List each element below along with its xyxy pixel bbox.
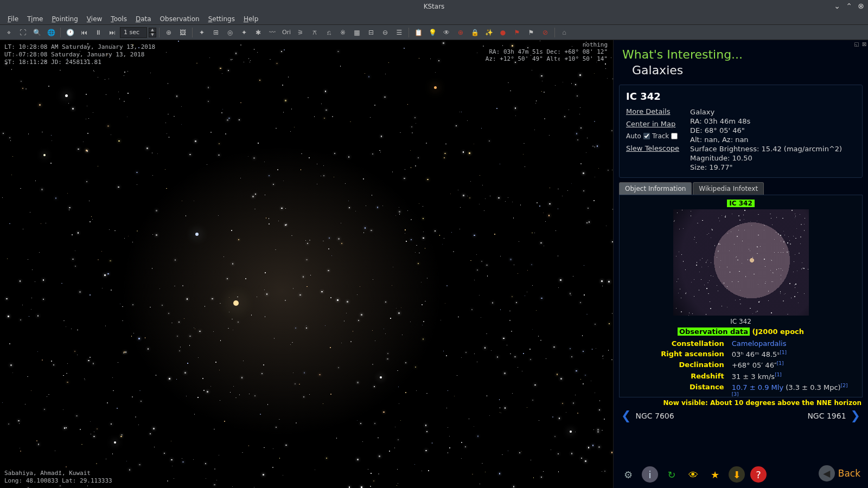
slew-telescope-link[interactable]: Slew Telescope <box>626 144 679 152</box>
help-icon[interactable]: ? <box>750 466 767 483</box>
fullscreen-icon[interactable]: ⛶ <box>16 26 29 39</box>
wiki-data-table: ConstellationCamelopardalis Right ascens… <box>624 338 858 397</box>
maximize-icon[interactable]: ⌃ <box>844 1 854 11</box>
object-stats: Galaxy RA: 03h 46m 48s DE: 68° 05' 46" A… <box>690 107 842 172</box>
next-arrow-icon[interactable]: ❯ <box>851 409 860 422</box>
tab-wikipedia-infotext[interactable]: Wikipedia Infotext <box>693 182 764 195</box>
back-arrow-icon: ◀ <box>819 465 835 481</box>
lock-icon[interactable]: 🔒 <box>468 26 481 39</box>
visible-eye-icon[interactable]: 👁 <box>685 466 701 483</box>
panel-close-icon[interactable]: ⊠ <box>860 40 868 48</box>
now-visible-text: Now visible: About 10 degrees above the … <box>614 399 861 407</box>
step-forward-icon[interactable]: ⏭ <box>106 26 119 39</box>
satellite-icon[interactable]: 〰 <box>266 26 279 39</box>
menu-data[interactable]: Data <box>131 14 156 24</box>
track-checkbox[interactable] <box>671 133 678 139</box>
constellation-bounds-icon[interactable]: ⎌ <box>322 26 335 39</box>
target-icon[interactable]: ⊕ <box>162 26 175 39</box>
whats-interesting-icon[interactable]: 💡 <box>426 26 439 39</box>
panel-float-icon[interactable]: ◱ <box>853 40 860 48</box>
flag-red-icon[interactable]: ⚑ <box>510 26 524 39</box>
favorite-star-icon[interactable]: ★ <box>707 466 723 483</box>
geo-overlay[interactable]: Sabahiya, Ahmadi, Kuwait Long: 48.100833… <box>4 470 112 485</box>
spin-down-icon[interactable]: ▼ <box>149 33 156 37</box>
close-icon[interactable]: ⊗ <box>856 1 866 11</box>
window-title: KStars <box>424 3 445 10</box>
settings-gear-icon[interactable]: ⚙ <box>620 466 636 483</box>
auto-checkbox[interactable] <box>643 133 650 139</box>
magic-icon[interactable]: ✨ <box>482 26 495 39</box>
spin-up-icon[interactable]: ▲ <box>149 28 156 33</box>
prev-object[interactable]: NGC 7606 <box>635 412 674 420</box>
tab-object-information[interactable]: Object Information <box>619 182 692 195</box>
focus-icon[interactable]: ⌖ <box>2 26 15 39</box>
back-button[interactable]: ◀ Back <box>819 465 860 481</box>
time-step-select[interactable]: 1 sec <box>120 27 147 38</box>
menu-help[interactable]: Help <box>239 14 263 24</box>
record-icon[interactable]: ● <box>496 26 509 39</box>
constellation-lines-icon[interactable]: ⚞ <box>294 26 307 39</box>
clipboard-icon[interactable]: 📋 <box>412 26 425 39</box>
supernova-icon[interactable]: ✱ <box>252 26 265 39</box>
image-icon[interactable]: 🖼 <box>176 26 189 39</box>
stars-icon[interactable]: ✦ <box>195 26 208 39</box>
wiki-caption: IC 342 <box>624 318 858 325</box>
star4-icon[interactable]: ✦ <box>238 26 251 39</box>
menu-time[interactable]: Time <box>23 14 47 24</box>
reload-icon[interactable]: ↻ <box>663 466 680 483</box>
separator <box>159 28 159 37</box>
menu-tools[interactable]: Tools <box>106 14 131 24</box>
horizon-icon[interactable]: ⊖ <box>379 26 392 39</box>
info-tabs: Object Information Wikipedia Infotext <box>619 182 863 195</box>
wiki-image <box>673 209 809 316</box>
object-info-box: IC 342 More Details Center in Map Auto T… <box>619 85 863 178</box>
toolbar: ⌖ ⛶ 🔍 🌐 🕐 ⏮ ⏸ ⏭ 1 sec ▲▼ ⊕ 🖼 ✦ ⊞ ◎ ✦ ✱ 〰… <box>0 25 868 40</box>
menu-settings[interactable]: Settings <box>204 14 239 24</box>
separator <box>60 28 61 37</box>
dome-icon[interactable]: ⌂ <box>558 26 571 39</box>
menu-file[interactable]: File <box>3 14 23 24</box>
panel-category: Galaxies <box>622 63 859 77</box>
ori-icon[interactable]: Ori <box>280 26 293 39</box>
sky-map[interactable]: LT: 10:28:08 AM Saturday, January 13, 20… <box>0 40 613 488</box>
titlebar: KStars ⌄ ⌃ ⊗ <box>0 0 868 13</box>
milkyway-icon[interactable]: ※ <box>336 26 349 39</box>
auto-track-row: Auto Track <box>626 132 679 140</box>
next-object[interactable]: NGC 1961 <box>807 412 846 420</box>
deepsky-icon[interactable]: ⊞ <box>209 26 222 39</box>
equatorial-grid-icon[interactable]: ▦ <box>350 26 363 39</box>
menubar: File Time Pointing View Tools Data Obser… <box>0 13 868 25</box>
pause-icon[interactable]: ⏸ <box>92 26 105 39</box>
wikipedia-box[interactable]: IC 342 IC 342 Observation data (J2000 ep… <box>619 195 863 397</box>
object-name: IC 342 <box>626 91 856 102</box>
center-in-map-link[interactable]: Center in Map <box>626 120 679 128</box>
zoom-icon[interactable]: 🔍 <box>30 26 43 39</box>
crosshair-icon[interactable]: ⊕ <box>454 26 467 39</box>
menu-observation[interactable]: Observation <box>156 14 204 24</box>
menu-pointing[interactable]: Pointing <box>47 14 82 24</box>
prev-arrow-icon[interactable]: ❮ <box>621 409 631 422</box>
flag-grey-icon[interactable]: ⚑ <box>525 26 538 39</box>
constellation-art-icon[interactable]: ⚻ <box>308 26 321 39</box>
wiki-title: IC 342 <box>727 200 755 207</box>
download-icon[interactable]: ⬇ <box>729 466 745 483</box>
observation-data-header: Observation data (J2000 epoch <box>624 328 858 336</box>
clock-now-icon[interactable]: 🕐 <box>63 26 76 39</box>
minimize-icon[interactable]: ⌄ <box>832 1 842 11</box>
menu-view[interactable]: View <box>82 14 106 24</box>
info-icon[interactable]: i <box>642 466 658 483</box>
solarsystem-icon[interactable]: ◎ <box>224 26 237 39</box>
more-details-link[interactable]: More Details <box>626 107 679 115</box>
time-overlay[interactable]: LT: 10:28:08 AM Saturday, January 13, 20… <box>4 43 155 66</box>
list-icon[interactable]: ☰ <box>393 26 406 39</box>
eye-icon[interactable]: 👁 <box>440 26 453 39</box>
globe-icon[interactable]: 🌐 <box>44 26 58 39</box>
panel-title: What's Interesting... <box>622 48 859 61</box>
separator <box>192 28 193 37</box>
whats-interesting-panel: ◱ ⊠ What's Interesting... Galaxies IC 34… <box>613 40 868 488</box>
separator <box>554 28 555 37</box>
horizontal-grid-icon[interactable]: ⊟ <box>365 26 378 39</box>
step-back-icon[interactable]: ⏮ <box>78 26 91 39</box>
focus-overlay[interactable]: nothing RA: 03h 47m 51s Dec: +68° 08' 12… <box>486 41 608 62</box>
no-entry-icon[interactable]: ⊘ <box>539 26 552 39</box>
